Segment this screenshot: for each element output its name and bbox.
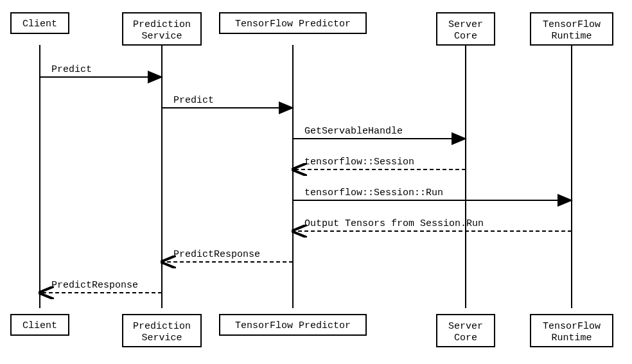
message-label-5: Output Tensors from Session.Run [304,218,484,229]
participant-label-prediction-service-l1: Prediction [133,19,191,30]
participant-label-server-core-l1: Server [448,321,483,332]
participant-label-tf-runtime-l2: Runtime [551,333,592,343]
participant-label-server-core-l2: Core [454,31,477,42]
participant-label-tf-runtime-l1: TensorFlow [543,19,601,30]
participant-label-client: Client [22,19,57,30]
message-label-7: PredictResponse [51,280,138,291]
participant-label-tf-runtime-l1: TensorFlow [543,321,601,332]
participant-label-tf-runtime-l2: Runtime [551,31,592,42]
message-label-2: GetServableHandle [304,126,403,137]
message-label-4: tensorflow::Session::Run [304,187,443,198]
participant-label-prediction-service-l1: Prediction [133,321,191,332]
participant-label-server-core-l1: Server [448,19,483,30]
participant-label-tf-predictor: TensorFlow Predictor [235,19,351,30]
message-label-0: Predict [51,64,92,75]
participant-label-prediction-service-l2: Service [141,333,182,343]
participant-label-client: Client [22,320,57,331]
sequence-diagram: ClientClientPredictionServicePredictionS… [0,0,632,364]
participant-label-prediction-service-l2: Service [141,31,182,42]
participant-label-tf-predictor: TensorFlow Predictor [235,320,351,331]
message-label-1: Predict [173,95,214,106]
message-label-3: tensorflow::Session [304,157,414,168]
participant-label-server-core-l2: Core [454,333,477,343]
message-label-6: PredictResponse [173,249,260,260]
